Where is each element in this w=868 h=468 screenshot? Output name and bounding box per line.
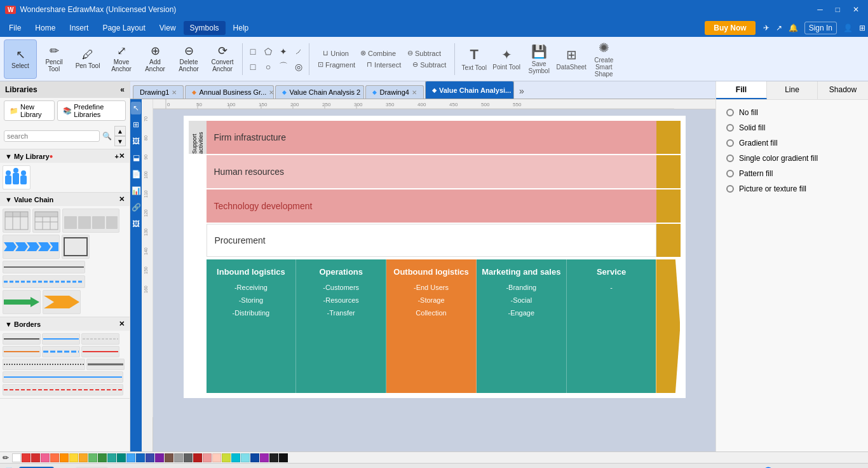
border-item-9[interactable]	[3, 371, 123, 383]
color-light-blue[interactable]	[241, 453, 250, 462]
vc-item-5[interactable]	[62, 235, 90, 259]
subtract-btn-1[interactable]: ⊖ Subtract	[402, 48, 446, 59]
menu-symbols[interactable]: Symbols	[184, 21, 226, 35]
tab-value-chain-active[interactable]: ◆ Value Chain Analysi... ⇐⇒	[425, 81, 514, 99]
color-orange-1[interactable]	[50, 453, 59, 462]
tab-drawing4[interactable]: ◆ Drawing4 ✕	[365, 85, 423, 99]
shape-rect[interactable]: □	[246, 60, 260, 74]
point-tool[interactable]: ✦ Point Tool	[491, 39, 522, 79]
menu-insert[interactable]: Insert	[63, 21, 95, 35]
close-library-btn[interactable]: ✕	[119, 152, 125, 160]
close-tab-annual[interactable]: ✕	[269, 89, 274, 96]
color-red-2[interactable]	[31, 453, 40, 462]
shadow-tab[interactable]: Shadow	[818, 81, 868, 99]
color-lime[interactable]	[222, 453, 231, 462]
text-tool[interactable]: T Text Tool	[458, 39, 490, 79]
shape-star[interactable]: ✦	[276, 45, 290, 59]
menu-page-layout[interactable]: Page Layout	[96, 21, 151, 35]
close-tab-d4[interactable]: ✕	[412, 89, 417, 96]
color-black[interactable]	[269, 453, 278, 462]
delete-anchor-tool[interactable]: ⊖ Delete Anchor	[172, 39, 205, 79]
bell-icon[interactable]: 🔔	[789, 24, 798, 32]
vc-item-2[interactable]	[32, 209, 60, 233]
shape-arc[interactable]: ⌒	[276, 60, 290, 74]
color-yellow-2[interactable]	[79, 453, 88, 462]
predefine-libraries-btn[interactable]: 📚 Predefine Libraries	[57, 100, 126, 121]
select-tool[interactable]: ↖ Select	[4, 39, 37, 79]
close-value-chain-btn[interactable]: ✕	[119, 195, 125, 203]
tab-drawing1[interactable]: Drawing1 ✕	[133, 85, 184, 99]
shape-pentagon[interactable]: ⬠	[261, 45, 275, 59]
color-teal-1[interactable]	[107, 453, 116, 462]
account-icon[interactable]: 👤	[843, 24, 853, 32]
smart-shape-tool[interactable]: ✺ Create Smart Shape	[588, 39, 620, 79]
color-gray-2[interactable]	[184, 453, 193, 462]
union-btn[interactable]: ⊔ Union	[318, 48, 354, 59]
color-salmon[interactable]	[203, 453, 212, 462]
vc-item-6[interactable]	[3, 261, 85, 273]
color-violet[interactable]	[260, 453, 269, 462]
subtract-btn-2[interactable]: ⊖ Subtract	[407, 59, 451, 70]
palette-pencil-icon[interactable]: ✏	[3, 453, 9, 462]
new-library-btn[interactable]: 📁 New Library	[4, 100, 55, 121]
close-tab-drawing1[interactable]: ✕	[172, 89, 177, 96]
pattern-fill-option[interactable]: Pattern fill	[721, 166, 863, 181]
border-item-4[interactable]	[3, 346, 41, 357]
solid-fill-option[interactable]: Solid fill	[721, 120, 863, 135]
color-green-2[interactable]	[98, 453, 107, 462]
drawing-canvas[interactable]: 0 50 100 150 200 250 300 350 400 450 500…	[153, 99, 715, 451]
color-teal-2[interactable]	[117, 453, 126, 462]
color-dark-red[interactable]	[193, 453, 202, 462]
menu-help[interactable]: Help	[227, 21, 255, 35]
color-pink-1[interactable]	[41, 453, 50, 462]
vc-chevron[interactable]	[43, 290, 81, 314]
vc-item-7[interactable]	[3, 275, 85, 288]
close-tab-vc2[interactable]: ✕	[363, 89, 364, 96]
color-orange-2[interactable]	[60, 453, 69, 462]
shape-circle[interactable]: ○	[261, 60, 275, 74]
color-purple[interactable]	[155, 453, 164, 462]
color-peach[interactable]	[212, 453, 221, 462]
close-btn[interactable]: ✕	[849, 4, 863, 15]
pen-tool[interactable]: 🖊 Pen Tool	[71, 39, 104, 79]
add-page-btn[interactable]: +	[59, 466, 65, 469]
share-icon[interactable]: ↗	[776, 24, 782, 32]
border-item-7[interactable]	[3, 359, 85, 370]
no-fill-option[interactable]: No fill	[721, 105, 863, 120]
menu-file[interactable]: File	[3, 21, 27, 35]
send-icon[interactable]: ✈	[763, 24, 770, 32]
shape-square[interactable]: □	[246, 45, 260, 59]
color-indigo[interactable]	[146, 453, 154, 462]
border-item-3[interactable]	[81, 333, 119, 345]
scroll-up-btn[interactable]: ▲	[114, 126, 126, 136]
vc-item-3[interactable]	[62, 209, 119, 233]
search-input[interactable]	[4, 130, 100, 142]
fragment-btn[interactable]: ⊡ Fragment	[313, 59, 360, 70]
grid-strip-icon[interactable]: ⊞	[131, 118, 141, 131]
vc-item-1[interactable]	[3, 209, 31, 233]
color-brown[interactable]	[165, 453, 173, 462]
color-cyan[interactable]	[231, 453, 240, 462]
combine-btn[interactable]: ⊗ Combine	[355, 48, 401, 59]
color-dark[interactable]	[279, 453, 288, 462]
shape-line[interactable]: ⟋	[292, 45, 306, 59]
color-gray-1[interactable]	[174, 453, 183, 462]
border-item-1[interactable]	[3, 333, 41, 345]
fill-tab[interactable]: Fill	[716, 81, 767, 99]
color-red-1[interactable]	[22, 453, 31, 462]
datasheet-tool[interactable]: ⊞ DataSheet	[555, 39, 587, 79]
image-strip-icon[interactable]: 🖼	[130, 135, 142, 148]
borders-header[interactable]: ▼ Borders ✕	[0, 317, 130, 331]
close-borders-btn[interactable]: ✕	[119, 320, 125, 328]
my-library-header[interactable]: ▼ My Library ● + ✕	[0, 149, 130, 163]
color-green-1[interactable]	[88, 453, 97, 462]
save-symbol-tool[interactable]: 💾 Save Symbol	[523, 39, 555, 79]
move-anchor-tool[interactable]: ⤢ Move Anchor	[105, 39, 138, 79]
menu-home[interactable]: Home	[29, 21, 62, 35]
library-item[interactable]	[3, 165, 31, 189]
doc-strip-icon[interactable]: 📄	[130, 168, 143, 181]
line-tab[interactable]: Line	[767, 81, 818, 99]
value-chain-header[interactable]: ▼ Value Chain ✕	[0, 193, 130, 206]
vc-arrow-right[interactable]	[3, 290, 41, 314]
search-icon[interactable]: 🔍	[102, 132, 112, 141]
